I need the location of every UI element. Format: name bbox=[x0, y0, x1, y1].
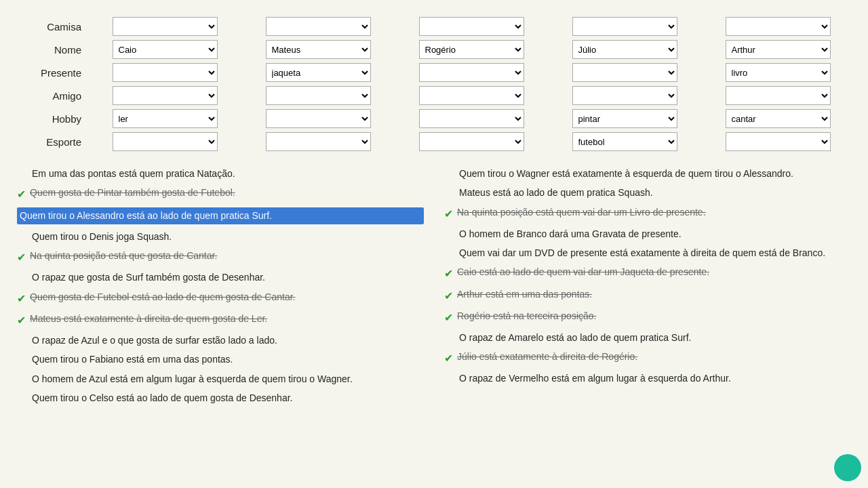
cell-r5-c1: futebolsquashnatação bbox=[241, 130, 395, 153]
select-nome-4[interactable]: CaioMateusRogérioJúlioArthur bbox=[572, 40, 677, 59]
select-nome-3[interactable]: CaioMateusRogérioJúlioArthur bbox=[419, 40, 524, 59]
check-icon-cl7: ✔ bbox=[17, 291, 26, 306]
clue-text-cl5: Na quinta posição está que gosta de Cant… bbox=[30, 249, 217, 262]
clue-item-cr6: ✔Caio está ao lado de quem vai dar um Ja… bbox=[444, 265, 851, 281]
select-esporte-2[interactable]: futebolsquashnatação bbox=[266, 132, 371, 151]
select-esporte-4[interactable]: futebolsquashnatação bbox=[572, 132, 677, 151]
clues-right: Quem tirou o Wagner está exatamente à es… bbox=[434, 167, 861, 410]
row-label-esporte: Esporte bbox=[14, 130, 88, 153]
check-icon-cl2: ✔ bbox=[17, 186, 26, 202]
cell-r2-c2: jaquetalivroDVDgravata bbox=[395, 61, 548, 84]
select-camisa-1[interactable]: azulbrancoamarelovermelho bbox=[113, 17, 218, 36]
select-esporte-1[interactable]: futebolsquashnatação bbox=[113, 132, 218, 151]
select-nome-1[interactable]: CaioMateusRogérioJúlioArthur bbox=[113, 40, 218, 59]
cell-r0-c1: azulbrancoamarelovermelho bbox=[241, 15, 395, 38]
check-icon-cr3: ✔ bbox=[444, 206, 453, 222]
clue-item-cl10: Quem tirou o Fabiano está em uma das pon… bbox=[17, 352, 424, 366]
cell-r5-c3: futebolsquashnatação bbox=[548, 130, 701, 153]
clue-item-cr2: Mateus está ao lado de quem pratica Squa… bbox=[444, 186, 851, 199]
row-label-nome: Nome bbox=[14, 38, 88, 61]
cell-r4-c2: lerpintarcantarsurfdesenhar bbox=[395, 107, 548, 130]
clue-text-cl3: Quem tirou o Alessandro está ao lado de … bbox=[20, 209, 272, 222]
cell-r2-c1: jaquetalivroDVDgravata bbox=[241, 61, 395, 84]
cell-r3-c1: AlessandroWagnerDenisFabianoCelso bbox=[241, 84, 395, 107]
clue-item-cl1: Em uma das pontas está quem pratica Nata… bbox=[17, 167, 424, 180]
select-amigo-3[interactable]: AlessandroWagnerDenisFabianoCelso bbox=[419, 86, 524, 105]
select-nome-2[interactable]: CaioMateusRogérioJúlioArthur bbox=[266, 40, 371, 59]
clues-left: Em uma das pontas está quem pratica Nata… bbox=[7, 167, 434, 410]
cell-r5-c4: futebolsquashnatação bbox=[701, 130, 854, 153]
clue-text-cr8: Rogério está na terceira posição. bbox=[457, 309, 596, 323]
clue-text-cl9: O rapaz de Azul e o que gosta de surfar … bbox=[32, 333, 277, 347]
select-hobby-2[interactable]: lerpintarcantarsurfdesenhar bbox=[266, 109, 371, 128]
check-icon-cl5: ✔ bbox=[17, 249, 26, 265]
clues-section: Em uma das pontas está quem pratica Nata… bbox=[0, 160, 868, 410]
row-label-camisa: Camisa bbox=[14, 15, 88, 38]
select-hobby-1[interactable]: lerpintarcantarsurfdesenhar bbox=[113, 109, 218, 128]
main-table: Camisaazulbrancoamarelovermelhoazulbranc… bbox=[14, 7, 854, 153]
clue-text-cr3: Na quinta posição está quem vai dar um L… bbox=[457, 205, 706, 219]
cell-r4-c1: lerpintarcantarsurfdesenhar bbox=[241, 107, 395, 130]
cell-r2-c0: jaquetalivroDVDgravata bbox=[88, 61, 241, 84]
col5-header bbox=[701, 7, 854, 15]
select-hobby-3[interactable]: lerpintarcantarsurfdesenhar bbox=[419, 109, 524, 128]
select-camisa-5[interactable]: azulbrancoamarelovermelho bbox=[726, 17, 831, 36]
clue-item-cr7: ✔Arthur está em uma das pontas. bbox=[444, 287, 851, 304]
clue-item-cl9: O rapaz de Azul e o que gosta de surfar … bbox=[17, 333, 424, 347]
cell-r5-c2: futebolsquashnatação bbox=[395, 130, 548, 153]
clue-item-cr8: ✔Rogério está na terceira posição. bbox=[444, 309, 851, 325]
select-camisa-4[interactable]: azulbrancoamarelovermelho bbox=[572, 17, 677, 36]
clue-text-cr4: O homem de Branco dará uma Gravata de pr… bbox=[459, 227, 682, 241]
select-esporte-3[interactable]: futebolsquashnatação bbox=[419, 132, 524, 151]
select-camisa-3[interactable]: azulbrancoamarelovermelho bbox=[419, 17, 524, 36]
clue-text-cr5: Quem vai dar um DVD de presente está exa… bbox=[459, 246, 825, 260]
clue-text-cl2: Quem gosta de Pintar também gosta de Fut… bbox=[30, 186, 235, 199]
row-label-presente: Presente bbox=[14, 61, 88, 84]
cell-r0-c3: azulbrancoamarelovermelho bbox=[548, 15, 701, 38]
clue-text-cr7: Arthur está em uma das pontas. bbox=[457, 287, 592, 301]
select-amigo-2[interactable]: AlessandroWagnerDenisFabianoCelso bbox=[266, 86, 371, 105]
clue-text-cr2: Mateus está ao lado de quem pratica Squa… bbox=[459, 186, 653, 199]
cell-r0-c0: azulbrancoamarelovermelho bbox=[88, 15, 241, 38]
clue-text-cl4: Quem tirou o Denis joga Squash. bbox=[32, 230, 172, 243]
select-presente-5[interactable]: jaquetalivroDVDgravata bbox=[726, 63, 831, 82]
clue-text-cl6: O rapaz que gosta de Surf também gosta d… bbox=[32, 270, 265, 284]
select-esporte-5[interactable]: futebolsquashnatação bbox=[726, 132, 831, 151]
select-camisa-2[interactable]: azulbrancoamarelovermelho bbox=[266, 17, 371, 36]
select-hobby-4[interactable]: lerpintarcantarsurfdesenhar bbox=[572, 109, 677, 128]
clue-text-cl8: Mateus está exatamente à direita de quem… bbox=[30, 312, 267, 325]
cell-r0-c4: azulbrancoamarelovermelho bbox=[701, 15, 854, 38]
cell-r1-c0: CaioMateusRogérioJúlioArthur bbox=[88, 38, 241, 61]
clue-text-cr11: O rapaz de Vermelho está em algum lugar … bbox=[459, 371, 731, 385]
select-amigo-5[interactable]: AlessandroWagnerDenisFabianoCelso bbox=[726, 86, 831, 105]
clue-text-cr10: Júlio está exatamente à direita de Rogér… bbox=[457, 350, 637, 363]
clue-item-cr10: ✔Júlio está exatamente à direita de Rogé… bbox=[444, 350, 851, 366]
clue-text-cr6: Caio está ao lado de quem vai dar um Jaq… bbox=[457, 265, 709, 279]
cell-r4-c4: lerpintarcantarsurfdesenhar bbox=[701, 107, 854, 130]
clue-item-cl8: ✔Mateus está exatamente à direita de que… bbox=[17, 312, 424, 328]
clue-text-cl11: O homem de Azul está em algum lugar à es… bbox=[32, 372, 353, 386]
clue-item-cr9: O rapaz de Amarelo está ao lado de quem … bbox=[444, 331, 851, 344]
row-label-hobby: Hobby bbox=[14, 107, 88, 130]
empty-header bbox=[14, 7, 88, 15]
clue-text-cl10: Quem tirou o Fabiano está em uma das pon… bbox=[32, 352, 233, 366]
select-amigo-1[interactable]: AlessandroWagnerDenisFabianoCelso bbox=[113, 86, 218, 105]
clue-item-cl12: Quem tirou o Celso está ao lado de quem … bbox=[17, 391, 424, 405]
check-icon-cr8: ✔ bbox=[444, 310, 453, 325]
cell-r1-c1: CaioMateusRogérioJúlioArthur bbox=[241, 38, 395, 61]
check-icon-cr7: ✔ bbox=[444, 288, 453, 304]
cell-r2-c4: jaquetalivroDVDgravata bbox=[701, 61, 854, 84]
select-nome-5[interactable]: CaioMateusRogérioJúlioArthur bbox=[726, 40, 831, 59]
select-presente-3[interactable]: jaquetalivroDVDgravata bbox=[419, 63, 524, 82]
select-presente-4[interactable]: jaquetalivroDVDgravata bbox=[572, 63, 677, 82]
select-amigo-4[interactable]: AlessandroWagnerDenisFabianoCelso bbox=[572, 86, 677, 105]
col3-header bbox=[395, 7, 548, 15]
cell-r1-c4: CaioMateusRogérioJúlioArthur bbox=[701, 38, 854, 61]
cell-r4-c0: lerpintarcantarsurfdesenhar bbox=[88, 107, 241, 130]
col1-header bbox=[88, 7, 241, 15]
cell-r4-c3: lerpintarcantarsurfdesenhar bbox=[548, 107, 701, 130]
select-presente-1[interactable]: jaquetalivroDVDgravata bbox=[113, 63, 218, 82]
select-hobby-5[interactable]: lerpintarcantarsurfdesenhar bbox=[726, 109, 831, 128]
select-presente-2[interactable]: jaquetalivroDVDgravata bbox=[266, 63, 371, 82]
clue-item-cl6: O rapaz que gosta de Surf também gosta d… bbox=[17, 270, 424, 284]
